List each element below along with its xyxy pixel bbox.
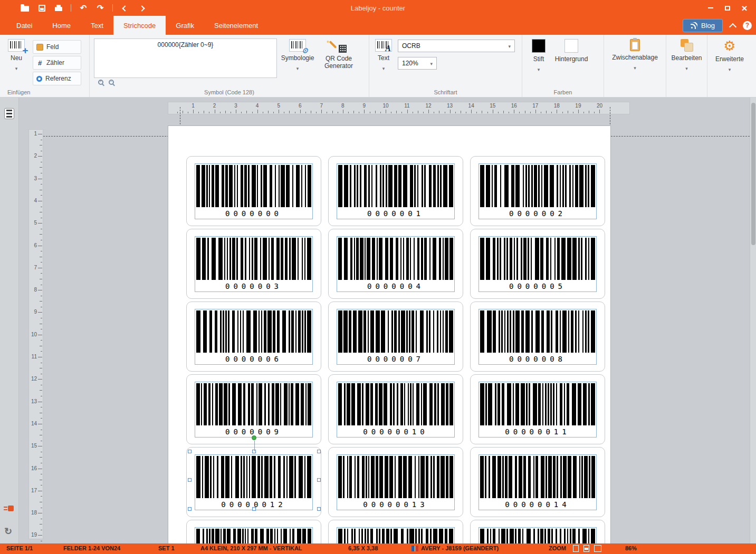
- barcode-frame[interactable]: 00000014: [479, 454, 597, 510]
- barcode-frame[interactable]: [195, 527, 313, 543]
- barcode-frame[interactable]: 00000012: [195, 454, 313, 510]
- status-paper: A4 KLEIN, 210 X 297 MM - VERTIKAL: [200, 545, 302, 551]
- save-icon[interactable]: [37, 3, 46, 13]
- font-size-select[interactable]: 120%: [398, 57, 437, 70]
- barcode-frame[interactable]: [479, 527, 597, 543]
- barcode-frame[interactable]: 00000011: [479, 382, 597, 438]
- maximize-button[interactable]: [719, 0, 736, 16]
- label-item[interactable]: [328, 520, 463, 543]
- label-item[interactable]: 00000010: [328, 374, 463, 444]
- label-item[interactable]: 00000012: [186, 447, 321, 517]
- label-item[interactable]: [186, 520, 321, 543]
- collapse-ribbon-icon[interactable]: [729, 23, 736, 30]
- zoom-width-icon[interactable]: [583, 545, 589, 552]
- selection-handle[interactable]: [252, 450, 256, 453]
- open-icon[interactable]: [20, 3, 30, 13]
- reference-button[interactable]: Referenz: [33, 72, 81, 85]
- symbologie-button[interactable]: Symbologie: [277, 35, 318, 86]
- tab-grafik[interactable]: Grafik: [166, 16, 204, 35]
- barcode-frame[interactable]: 0000000: [195, 163, 313, 219]
- forward-icon[interactable]: [137, 3, 147, 13]
- zoom-in-icon[interactable]: [98, 80, 103, 85]
- fields-panel-icon[interactable]: [4, 108, 14, 119]
- label-item[interactable]: 0000001: [328, 156, 463, 226]
- tab-text[interactable]: Text: [81, 16, 113, 35]
- chevron-down-icon: [508, 42, 511, 50]
- stift-button[interactable]: Stift: [522, 35, 555, 86]
- selection-handle[interactable]: [317, 478, 321, 482]
- zoom-page-icon[interactable]: [573, 545, 579, 552]
- label-item[interactable]: 0000009: [186, 374, 321, 444]
- barcode-frame[interactable]: 0000003: [195, 236, 313, 292]
- barcode-frame[interactable]: 0000006: [195, 309, 313, 365]
- label-item[interactable]: 0000002: [470, 156, 605, 226]
- zoom-out-icon[interactable]: [109, 80, 114, 85]
- label-item[interactable]: [470, 520, 605, 543]
- erweiterte-button[interactable]: Erweiterte: [707, 35, 752, 97]
- zwischenablage-button[interactable]: Zwischenablage: [604, 35, 666, 97]
- tab-strichcode[interactable]: Strichcode: [113, 16, 166, 35]
- edit-copy-icon: [681, 39, 693, 52]
- blog-button[interactable]: Blog: [683, 19, 723, 32]
- selection-handle[interactable]: [188, 507, 192, 511]
- hintergrund-button[interactable]: Hintergrund: [555, 35, 588, 86]
- print-icon[interactable]: [54, 3, 63, 13]
- label-item[interactable]: 00000013: [328, 447, 463, 517]
- zoom-full-icon[interactable]: [594, 545, 601, 552]
- text-button[interactable]: Text: [369, 35, 398, 86]
- barcode-frame[interactable]: 0000009: [195, 382, 313, 438]
- dropdown-caret: [538, 64, 540, 73]
- close-button[interactable]: [736, 0, 753, 16]
- tab-seitenelement[interactable]: Seitenelement: [204, 16, 268, 35]
- selection-handle[interactable]: [188, 478, 192, 482]
- toolbar-separator: [112, 4, 113, 12]
- label-item[interactable]: 0000008: [470, 302, 605, 372]
- tab-datei[interactable]: Datei: [6, 16, 42, 35]
- label-item[interactable]: 0000004: [328, 229, 463, 299]
- barcode-frame[interactable]: 0000001: [337, 163, 455, 219]
- barcode-frame[interactable]: 0000002: [479, 163, 597, 219]
- barcode-frame[interactable]: 00000013: [337, 454, 455, 510]
- barcode-frame[interactable]: 0000007: [337, 309, 455, 365]
- data-connection-icon[interactable]: [4, 504, 15, 513]
- group-einfuegen: Neu FeldZählerReferenz Einfügen: [0, 35, 90, 97]
- label-item[interactable]: 00000011: [470, 374, 605, 444]
- barcode-frame[interactable]: [337, 527, 455, 543]
- font-select[interactable]: OCRB: [398, 40, 515, 52]
- label-item[interactable]: 00000014: [470, 447, 605, 517]
- undo-icon[interactable]: [79, 3, 88, 13]
- neu-button[interactable]: Neu: [0, 35, 33, 86]
- barcode: [480, 456, 595, 498]
- minimize-button[interactable]: [702, 0, 719, 16]
- selection-handle[interactable]: [317, 450, 321, 453]
- label-item[interactable]: 0000000: [186, 156, 321, 226]
- barcode-frame[interactable]: 00000010: [337, 382, 455, 438]
- canvas[interactable]: 1234567891011121314151617181920 12345678…: [19, 98, 750, 543]
- selection-handle[interactable]: [317, 507, 321, 511]
- rotation-handle[interactable]: [252, 435, 256, 440]
- label-item[interactable]: 0000006: [186, 302, 321, 372]
- label-item[interactable]: 0000005: [470, 229, 605, 299]
- barcode-frame[interactable]: 0000005: [479, 236, 597, 292]
- field-button[interactable]: Feld: [33, 40, 81, 54]
- selection-handle[interactable]: [252, 507, 256, 511]
- refresh-icon[interactable]: [4, 526, 12, 537]
- help-icon[interactable]: [743, 21, 752, 30]
- selection-handle[interactable]: [188, 450, 192, 453]
- tab-home[interactable]: Home: [42, 16, 81, 35]
- back-icon[interactable]: [120, 3, 130, 13]
- qr-generator-button[interactable]: QR Code Generator: [318, 35, 359, 86]
- barcode-frame[interactable]: 0000008: [479, 309, 597, 365]
- page[interactable]: 0000000000000100000020000003000000400000…: [168, 125, 611, 543]
- barcode-text-icon: [375, 39, 392, 52]
- counter-button[interactable]: Zähler: [33, 56, 81, 70]
- vertical-scrollbar[interactable]: [750, 98, 756, 543]
- scrollbar-thumb[interactable]: [751, 103, 755, 245]
- label-item[interactable]: 0000003: [186, 229, 321, 299]
- label-item[interactable]: 0000007: [328, 302, 463, 372]
- redo-icon[interactable]: [95, 3, 105, 13]
- symbol-value-field[interactable]: 000000{Zähler 0~9}: [94, 38, 277, 78]
- hintergrund-swatch: [564, 39, 578, 53]
- barcode-frame[interactable]: 0000004: [337, 236, 455, 292]
- bearbeiten-button[interactable]: Bearbeiten: [666, 35, 707, 97]
